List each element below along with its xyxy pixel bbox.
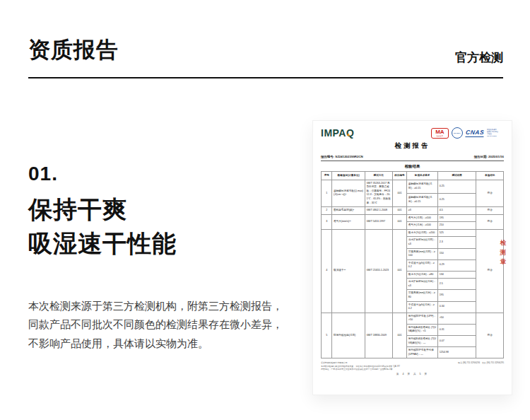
cell-result: 0.31 <box>438 324 476 335</box>
cell-result: 525 <box>438 229 476 237</box>
cell-standard: 透气率(洗前)：≥100 <box>407 214 438 222</box>
cell-result: 2.3 <box>438 237 476 248</box>
section-heading-line2: 吸湿速干性能 <box>28 226 177 260</box>
cell-sample: 001 <box>392 214 407 229</box>
report-table-head: 序号检验项目(计量单位)测试方法样品编号标准技术要求测试结果单项结论 <box>322 172 504 180</box>
cell-item: 吸湿速干ᵃᵇ <box>332 229 365 313</box>
impaq-triangle-icon <box>347 133 350 136</box>
report-meta-row: 报告编号: SZ241202399R2CN 报告日期: 2025/01/16 <box>321 155 504 161</box>
cell-result: 4-5 <box>438 207 476 215</box>
cell-no: 3 <box>322 214 332 229</box>
table-row: 5防紫外线性能(洗前)GB/T 18830-2009001紫外线防护系数 (UP… <box>322 313 504 324</box>
table-header-cell: 单项结论 <box>476 172 504 180</box>
cell-standard: 干燥速率(g/h)(洗前)：≥0.2 <box>407 259 438 271</box>
report-page-number: 第 4 页 共 5 页 <box>321 373 504 375</box>
impaq-logo: IMPAQ <box>321 127 354 139</box>
cell-method: GB/T 4802.1-2008 <box>365 207 392 215</box>
table-row: 1接触瞬间凉感系数(Q-max) (J/(cm²·s))ᵃGB/T 35263-… <box>322 180 504 193</box>
cell-result: 195 <box>438 290 476 301</box>
cell-standard: 滴水扩散时间(s)(洗后)：≤3 <box>407 279 438 290</box>
cell-standard: 紫外线防护系数 (UPF)：>50 <box>407 313 438 324</box>
cell-standard: 干燥速率(g/h)(洗后)：≥0.2 <box>407 301 438 313</box>
cma-mark-icon: MA 检验检测 <box>431 128 449 139</box>
cell-method: GB/T 18830-2009 <box>365 313 392 358</box>
footer-line3: 报告地址：广东省深圳市宝安区西乡街道固戍社区华丰智慧创新产业园B2栋 2楼 <box>321 368 504 371</box>
cell-result: 0.25 <box>438 180 476 193</box>
cell-standard: 芯吸高度(mm)(洗后)：≥80 <box>407 290 438 301</box>
cell-method: GB/T 5453-1997 <box>365 214 392 229</box>
results-title: 检验结果 <box>321 164 504 169</box>
cell-standard: 吸水率(%)(洗前)：≥200 <box>407 229 438 237</box>
cell-result: >50 <box>438 313 476 324</box>
cma-mark-text: MA <box>435 129 444 135</box>
cell-standard: ≥3 <box>407 207 438 215</box>
table-header-cell: 测试方法 <box>365 172 392 180</box>
table-row: 4吸湿速干ᵃᵇGB/T 21655.1-2023001吸水率(%)(洗前)：≥2… <box>322 229 504 237</box>
ilac-mra-mark-icon: ilac-MRA <box>452 127 463 139</box>
cell-item: 接触瞬间凉感系数(Q-max) (J/(cm²·s))ᵃ <box>332 180 365 206</box>
cell-no: 5 <box>322 313 332 358</box>
cell-result: 134 <box>438 271 476 279</box>
table-header-cell: 测试结果 <box>438 172 476 180</box>
section-heading-line1: 保持干爽 <box>28 192 177 226</box>
cell-no: 4 <box>322 229 332 313</box>
ilac-mra-text: ilac-MRA <box>454 132 461 134</box>
report-table-body: 1接触瞬间凉感系数(Q-max) (J/(cm²·s))ᵃGB/T 35263-… <box>322 180 504 358</box>
table-row: 3透气率(mm/s)ᵃᵇGB/T 5453-1997001透气率(洗前)：≥10… <box>322 214 504 222</box>
cell-conclusion: 符合 <box>476 207 504 215</box>
cell-item: 面料起毛起球(级)ᵃ <box>332 207 365 215</box>
page-title: 资质报告 <box>28 35 119 65</box>
footer-contact: 电话 (86) 755 32906294 传真 (86) 755 3290629… <box>458 361 504 364</box>
header-divider <box>28 77 503 78</box>
cell-result: 150 <box>438 248 476 259</box>
report-date: 报告日期: 2025/01/16 <box>474 155 504 158</box>
cell-conclusion: 符合 <box>476 180 504 206</box>
cnas-accreditation-note: 中国合格评定 国家认可委员会 实验室 CNAS L7523 <box>487 129 504 137</box>
report-table: 序号检验项目(计量单位)测试方法样品编号标准技术要求测试结果单项结论 1接触瞬间… <box>321 171 504 358</box>
footer-company: 深圳市英柏检测技术有限公司 <box>321 361 348 364</box>
cell-sample: 001 <box>392 313 407 358</box>
cell-method: GB/T 21655.1-2023 <box>365 229 392 313</box>
cell-no: 1 <box>322 180 332 206</box>
cell-result: 210 <box>438 222 476 230</box>
table-header-cell: 检验项目(计量单位) <box>332 172 365 180</box>
table-header-cell: 标准技术要求 <box>407 172 438 180</box>
cell-result: 2.5 <box>438 279 476 290</box>
cell-standard: 接触瞬间凉感系数(洗前)：≥0.15 <box>407 180 438 193</box>
certification-marks: MA 检验检测 ilac-MRA CNAS 中国合格评定 国家认可委员会 实验室… <box>431 127 504 139</box>
official-test-badge: 官方检测 <box>455 49 503 66</box>
cell-standard: 滴水扩散时间(s)(洗前)：≤3 <box>407 237 438 248</box>
report-card: IMPAQ MA 检验检测 ilac-MRA CNAS 中国合格评定 国家认可委… <box>312 120 512 395</box>
cell-no: 2 <box>322 207 332 215</box>
cell-result: 0.29 <box>438 259 476 271</box>
report-number: 报告编号: SZ241202399R2CN <box>321 155 363 158</box>
cell-standard: 紫外线B波段透射比 (T(UVB)AV)(%)：— <box>407 335 438 346</box>
cnas-mark-icon: CNAS <box>465 129 484 137</box>
section-index: 01. <box>28 163 58 185</box>
table-row: 2面料起毛起球(级)ᵃGB/T 4802.1-2008001≥34-5符合 <box>322 207 504 215</box>
cell-standard: 透气率(洗后)：≥100 <box>407 222 438 230</box>
cell-item: 透气率(mm/s)ᵃᵇ <box>332 214 365 229</box>
cell-result: 0.07 <box>438 335 476 346</box>
section-description: 本次检测来源于第三方检测机构，附第三方检测报告，同款产品不同批次不同颜色的检测结… <box>28 297 291 353</box>
cell-standard: 接触瞬间凉感系数(洗后)：≥0.15 <box>407 193 438 206</box>
cell-method: GB/T 35263-2017 高导白材质，聚氯乙烯板；仪器型号：FF2412-… <box>365 180 392 206</box>
cell-result: 1254.98 <box>438 347 476 358</box>
cell-result: 0.25 <box>438 193 476 206</box>
cell-standard: 芯吸高度(mm)(洗前)：≥100 <box>407 248 438 259</box>
cell-standard: 紫外线防护系数平均值 (UPFAV)：— <box>407 347 438 358</box>
cell-item: 防紫外线性能(洗前) <box>332 313 365 358</box>
table-header-cell: 序号 <box>322 172 332 180</box>
cell-standard: 吸水率(%)(洗后)：≥80 <box>407 271 438 279</box>
red-seal-stamp: 检 测 章 <box>500 238 507 267</box>
cell-sample: 001 <box>392 229 407 313</box>
cell-result: 195 <box>438 214 476 222</box>
cell-sample: 001 <box>392 180 407 206</box>
report-brand-row: IMPAQ MA 检验检测 ilac-MRA CNAS 中国合格评定 国家认可委… <box>321 127 504 139</box>
section-heading: 保持干爽 吸湿速干性能 <box>28 192 177 261</box>
table-header-cell: 样品编号 <box>392 172 407 180</box>
cell-result: 0.34 <box>438 301 476 313</box>
cell-standard: 紫外线A波段透射比 (T(UVA)AV)(%)：<5 <box>407 324 438 335</box>
cell-conclusion: 符合 <box>476 214 504 229</box>
cma-mark-subtext: 检验检测 <box>437 135 443 136</box>
